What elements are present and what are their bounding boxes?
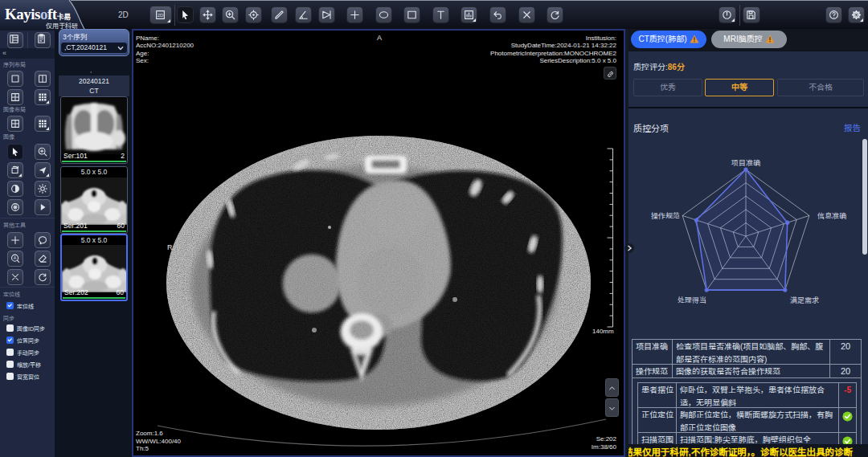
svg-text:2D: 2D: [158, 13, 164, 18]
svg-text:A: A: [14, 255, 17, 260]
